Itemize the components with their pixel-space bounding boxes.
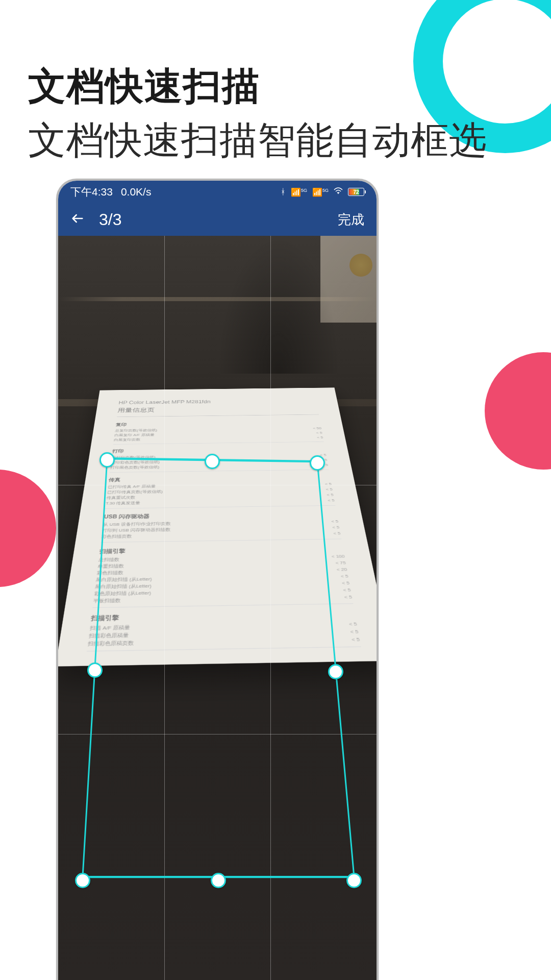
crop-handle-2[interactable] bbox=[310, 455, 325, 471]
signal-icon-2: 📶5G bbox=[312, 187, 329, 197]
app-toolbar: 3/3 完成 bbox=[58, 203, 377, 236]
crop-handle-6[interactable] bbox=[75, 873, 90, 888]
crop-handle-0[interactable] bbox=[99, 452, 115, 468]
svg-point-0 bbox=[338, 193, 339, 194]
back-button[interactable] bbox=[70, 211, 85, 228]
promo-title: 文档快速扫描 bbox=[28, 61, 487, 112]
crop-handle-5[interactable] bbox=[211, 873, 226, 888]
promo-subtitle: 文档快速扫描智能自动框选 bbox=[28, 115, 487, 166]
promo-pink-circle-right bbox=[485, 352, 551, 470]
signal-icon-1: 📶5G bbox=[291, 187, 307, 197]
battery-icon: 72 bbox=[348, 188, 364, 196]
crop-handle-4[interactable] bbox=[346, 873, 362, 888]
status-net-speed: 0.0K/s bbox=[121, 186, 152, 198]
scanned-document: HP Color LaserJet MFP M281fdn用量信息页复印总复印页… bbox=[100, 389, 335, 680]
crop-handle-7[interactable] bbox=[87, 663, 103, 678]
crop-handle-1[interactable] bbox=[205, 454, 220, 469]
promo-header: 文档快速扫描 文档快速扫描智能自动框选 bbox=[28, 61, 487, 166]
status-time: 下午4:33 bbox=[70, 185, 113, 199]
promo-pink-circle-left bbox=[0, 470, 56, 587]
crop-handle-3[interactable] bbox=[328, 664, 343, 679]
done-button[interactable]: 完成 bbox=[338, 211, 364, 229]
camera-viewport[interactable]: HP Color LaserJet MFP M281fdn用量信息页复印总复印页… bbox=[58, 236, 377, 980]
wifi-icon bbox=[334, 187, 343, 197]
status-bar: 下午4:33 0.0K/s ᚼ 📶5G 📶5G 72 bbox=[58, 181, 377, 203]
phone-frame: 下午4:33 0.0K/s ᚼ 📶5G 📶5G 72 3/3 完成 bbox=[56, 179, 379, 980]
page-indicator: 3/3 bbox=[99, 210, 121, 229]
bluetooth-icon: ᚼ bbox=[281, 187, 286, 197]
